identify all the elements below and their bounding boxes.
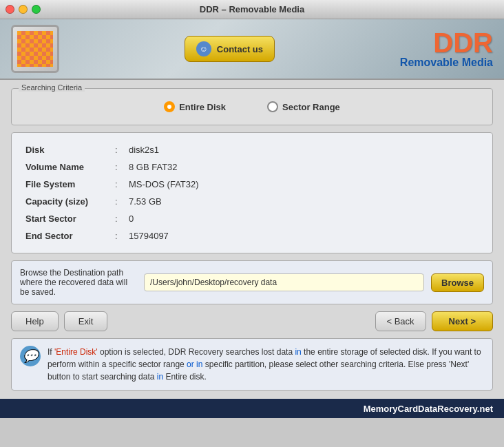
colon-3: : xyxy=(115,179,129,189)
sector-range-option[interactable]: Sector Range xyxy=(267,101,340,112)
next-button[interactable]: Next > xyxy=(432,311,493,331)
info-icon: 💬 xyxy=(20,346,41,366)
start-sector-label: Start Sector xyxy=(25,214,115,224)
info-message-text: If 'Entire Disk' option is selected, DDR… xyxy=(48,346,484,383)
disk-label: Disk xyxy=(25,145,115,155)
destination-label: Browse the Destination path where the re… xyxy=(20,268,137,297)
bottom-buttons-row: Help Exit < Back Next > xyxy=(11,311,493,331)
brand-subtitle: Removable Media xyxy=(400,56,493,69)
criteria-section-label: Searching Criteria xyxy=(19,83,85,92)
footer-text: MemoryCardDataRecovery.net xyxy=(364,404,493,414)
brand: DDR Removable Media xyxy=(400,29,493,69)
entire-disk-option[interactable]: Entire Disk xyxy=(164,101,226,112)
entire-disk-radio[interactable] xyxy=(164,101,175,112)
end-sector-value: 15794097 xyxy=(129,231,169,241)
disk-info-panel: Disk : disk2s1 Volume Name : 8 GB FAT32 … xyxy=(11,132,493,253)
filesystem-value: MS-DOS (FAT32) xyxy=(129,179,199,189)
colon-2: : xyxy=(115,162,129,172)
exit-button[interactable]: Exit xyxy=(64,311,108,331)
brand-ddr: DDR xyxy=(400,29,493,56)
disk-value: disk2s1 xyxy=(129,145,159,155)
volume-value: 8 GB FAT32 xyxy=(129,162,178,172)
colon-1: : xyxy=(115,145,129,155)
table-row: Start Sector : 0 xyxy=(25,210,479,227)
table-row: Capacity (size) : 7.53 GB xyxy=(25,193,479,210)
maximize-button[interactable] xyxy=(32,5,41,14)
search-options-row: Entire Disk Sector Range xyxy=(20,96,484,118)
footer: MemoryCardDataRecovery.net xyxy=(0,399,504,418)
table-row: Volume Name : 8 GB FAT32 xyxy=(25,158,479,176)
minimize-button[interactable] xyxy=(19,5,28,14)
header: ☺ Contact us DDR Removable Media xyxy=(0,19,504,80)
destination-row: Browse the Destination path where the re… xyxy=(11,260,493,304)
colon-6: : xyxy=(115,231,129,241)
colon-5: : xyxy=(115,214,129,224)
end-sector-label: End Sector xyxy=(25,231,115,241)
contact-us-button[interactable]: ☺ Contact us xyxy=(185,36,275,62)
header-center: ☺ Contact us xyxy=(59,36,400,62)
capacity-label: Capacity (size) xyxy=(25,196,115,207)
browse-button[interactable]: Browse xyxy=(431,273,484,292)
sector-range-radio[interactable] xyxy=(267,101,278,112)
entire-disk-label: Entire Disk xyxy=(179,102,226,112)
table-row: File System : MS-DOS (FAT32) xyxy=(25,176,479,193)
colon-4: : xyxy=(115,196,129,207)
volume-label: Volume Name xyxy=(25,162,115,172)
table-row: Disk : disk2s1 xyxy=(25,141,479,158)
app-logo xyxy=(11,25,59,73)
table-row: End Sector : 15794097 xyxy=(25,227,479,245)
back-button[interactable]: < Back xyxy=(375,311,426,331)
contact-label: Contact us xyxy=(217,44,263,54)
capacity-value: 7.53 GB xyxy=(129,196,162,207)
contact-icon: ☺ xyxy=(196,41,211,56)
logo-icon xyxy=(17,31,53,67)
start-sector-value: 0 xyxy=(129,214,134,224)
info-message-panel: 💬 If 'Entire Disk' option is selected, D… xyxy=(11,338,493,391)
filesystem-label: File System xyxy=(25,179,115,189)
window-title: DDR – Removable Media xyxy=(200,4,304,14)
destination-path-input[interactable] xyxy=(144,273,424,291)
close-button[interactable] xyxy=(6,5,14,14)
sector-range-label: Sector Range xyxy=(282,102,340,112)
window-controls[interactable] xyxy=(6,5,41,14)
title-bar: DDR – Removable Media xyxy=(0,0,504,19)
help-button[interactable]: Help xyxy=(11,311,59,331)
searching-criteria-section: Searching Criteria Entire Disk Sector Ra… xyxy=(11,88,493,125)
main-content: Searching Criteria Entire Disk Sector Ra… xyxy=(0,80,504,399)
